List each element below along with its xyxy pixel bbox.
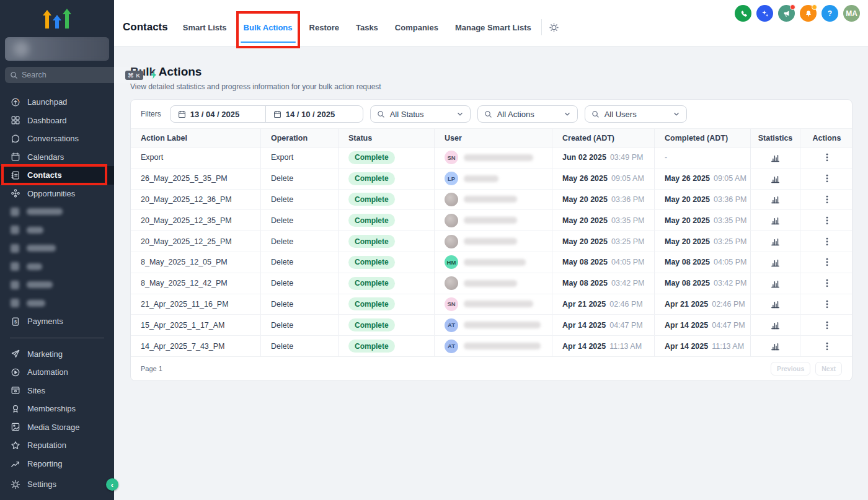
notification-dot <box>812 4 817 10</box>
statistics-chart-icon[interactable] <box>768 170 784 186</box>
sidebar-item-memberships[interactable]: Memberships <box>0 400 114 418</box>
sidebar-item-redacted[interactable] <box>0 203 114 221</box>
sidebar-item-dashboard[interactable]: Dashboard <box>0 112 114 130</box>
statistics-chart-icon[interactable] <box>768 296 784 312</box>
row-actions-kebab-icon[interactable] <box>819 170 835 186</box>
table-row: 20_May_2025_12_36_PMDeleteCompleteMay 20… <box>131 190 852 211</box>
tab-smart-lists[interactable]: Smart Lists <box>183 9 227 46</box>
created-date: May 08 2025 <box>562 279 608 287</box>
help-icon[interactable]: ? <box>822 5 838 22</box>
sidebar-item-redacted[interactable] <box>0 294 114 313</box>
launchpad-icon <box>11 97 20 107</box>
date-from-input[interactable]: 13 / 04 / 2025 <box>170 106 266 122</box>
phone-icon[interactable] <box>735 5 751 22</box>
created-time: 03:36 PM <box>611 195 645 204</box>
action-label-cell: Export <box>131 147 261 168</box>
user-avatar[interactable]: MA <box>843 5 860 22</box>
sidebar-item-contacts[interactable]: Contacts <box>0 166 114 185</box>
statistics-chart-icon[interactable] <box>768 275 784 291</box>
sidebar-item-calendars[interactable]: Calendars <box>0 148 114 167</box>
sidebar-item-payments[interactable]: $Payments <box>0 312 114 331</box>
tab-settings-gear-icon[interactable] <box>546 19 563 36</box>
row-actions-kebab-icon[interactable] <box>819 317 835 333</box>
sidebar-item-redacted[interactable] <box>0 258 114 276</box>
row-actions-kebab-icon[interactable] <box>819 149 835 165</box>
sidebar-item-conversations[interactable]: Conversations <box>0 129 114 148</box>
row-actions-kebab-icon[interactable] <box>819 296 835 312</box>
table-row: 15_Apr_2025_1_17_AMDeleteCompleteATApr 1… <box>131 315 852 336</box>
row-actions-kebab-icon[interactable] <box>819 234 835 250</box>
operation-cell: Delete <box>261 252 339 273</box>
calendars-icon <box>11 152 20 162</box>
next-page-button[interactable]: Next <box>815 362 842 375</box>
status-badge: Complete <box>348 318 395 331</box>
statistics-chart-icon[interactable] <box>768 234 784 250</box>
table-row: ExportExportCompleteSNJun 02 202503:49 P… <box>131 147 852 169</box>
user-avatar: SN <box>445 297 458 311</box>
status-filter-dropdown[interactable]: All Status <box>370 105 471 123</box>
user-avatar: SN <box>445 151 458 164</box>
sidebar-item-marketing[interactable]: Marketing <box>0 345 114 364</box>
sidebar-item-redacted[interactable] <box>0 239 114 258</box>
sidebar-item-redacted[interactable] <box>0 276 114 294</box>
status-cell: Complete <box>339 190 435 210</box>
completed-date: May 20 2025 <box>665 216 710 225</box>
sidebar-item-automation[interactable]: Automation <box>0 363 114 382</box>
sidebar-item-media-storage[interactable]: Media Storage <box>0 418 114 437</box>
tab-manage-smart-lists[interactable]: Manage Smart Lists <box>455 9 531 46</box>
date-to-input[interactable]: 14 / 10 / 2025 <box>266 106 363 122</box>
actions-filter-dropdown[interactable]: All Actions <box>477 105 578 123</box>
sidebar-item-label: Reporting <box>27 459 62 468</box>
column-header-completed-adt-: Completed (ADT) <box>655 129 751 147</box>
sidebar-collapse-button[interactable]: ‹ <box>106 478 118 491</box>
completed-cell: May 08 202503:42 PM <box>655 273 751 294</box>
tab-tasks[interactable]: Tasks <box>356 9 378 46</box>
row-actions-kebab-icon[interactable] <box>819 254 835 270</box>
sidebar-item-settings[interactable]: Settings <box>0 475 114 494</box>
sidebar-item-label: Automation <box>27 367 68 377</box>
statistics-chart-icon[interactable] <box>768 317 784 333</box>
sidebar-item-label: Dashboard <box>27 116 67 125</box>
completed-time: 03:35 PM <box>714 216 747 225</box>
ai-sparkles-icon[interactable] <box>756 5 773 22</box>
sidebar-item-reporting[interactable]: Reporting <box>0 455 114 470</box>
column-header-label: Action Label <box>141 134 187 143</box>
sidebar-item-label: Opportunities <box>27 189 75 198</box>
search-input[interactable] <box>22 71 122 79</box>
sidebar-bottom: Settings <box>0 469 114 500</box>
sidebar-item-sites[interactable]: Sites <box>0 382 114 400</box>
sidebar-item-launchpad[interactable]: Launchpad <box>0 93 114 112</box>
created-date: Jun 02 2025 <box>562 153 606 162</box>
statistics-chart-icon[interactable] <box>768 149 784 165</box>
notifications-bell-icon[interactable] <box>800 5 817 22</box>
account-switcher[interactable] <box>5 37 109 61</box>
column-header-label: Operation <box>271 134 308 143</box>
sidebar-item-reputation[interactable]: Reputation <box>0 436 114 455</box>
sidebar-item-opportunities[interactable]: Opportunities <box>0 185 114 203</box>
previous-page-button[interactable]: Previous <box>771 362 810 375</box>
tabs-divider <box>541 19 542 35</box>
row-actions-kebab-icon[interactable] <box>819 191 835 208</box>
row-actions-kebab-icon[interactable] <box>819 338 835 354</box>
sidebar-item-redacted[interactable] <box>0 221 114 240</box>
tab-restore[interactable]: Restore <box>309 9 339 46</box>
column-header-action-label: Action Label <box>131 129 261 147</box>
users-filter-dropdown[interactable]: All Users <box>585 105 687 123</box>
row-actions-kebab-icon[interactable] <box>819 213 835 229</box>
operation-cell: Delete <box>261 336 339 356</box>
tab-bulk-actions[interactable]: Bulk Actions <box>244 9 293 46</box>
announcements-megaphone-icon[interactable] <box>778 5 795 22</box>
quick-actions-button[interactable] <box>150 67 157 83</box>
statistics-chart-icon[interactable] <box>768 213 784 229</box>
statistics-chart-icon[interactable] <box>768 254 784 270</box>
tab-companies[interactable]: Companies <box>395 9 438 46</box>
sites-icon <box>11 385 20 395</box>
created-time: 03:49 PM <box>610 153 644 162</box>
reporting-icon <box>11 458 20 468</box>
lightning-bolt-icon <box>150 71 157 79</box>
row-actions-kebab-icon[interactable] <box>819 275 835 291</box>
statistics-chart-icon[interactable] <box>768 191 784 208</box>
statistics-chart-icon[interactable] <box>768 338 784 354</box>
sidebar-search[interactable]: ⌘ K <box>5 67 146 83</box>
settings-icon <box>11 480 20 489</box>
